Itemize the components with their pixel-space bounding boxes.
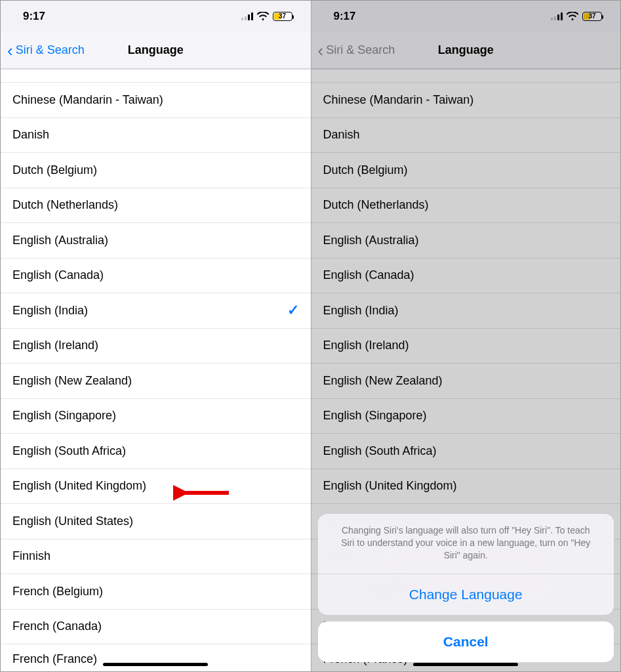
list-item[interactable]: English (South Africa) (311, 434, 621, 469)
language-list[interactable]: Chinese (Mandarin - China mainland) Chin… (1, 69, 311, 671)
status-bar: 9:17 37 (1, 1, 311, 32)
list-item[interactable]: English (Singapore) (1, 399, 311, 434)
list-item[interactable]: Danish (1, 118, 311, 154)
list-item[interactable]: English (United Kingdom) (1, 469, 311, 505)
list-item[interactable]: English (Australia) (311, 223, 621, 259)
list-item-selected[interactable]: English (India)✓ (1, 293, 311, 329)
list-item[interactable]: English (India) (311, 293, 621, 329)
list-item[interactable]: English (New Zealand) (1, 364, 311, 399)
action-sheet-group: Changing Siri's language will also turn … (318, 514, 614, 615)
list-item[interactable]: Dutch (Belgium) (311, 153, 621, 188)
list-item[interactable]: English (United States) (1, 504, 311, 539)
list-item[interactable]: Dutch (Netherlands) (1, 188, 311, 224)
screenshot-right: 9:17 37 ‹ Siri & Search Language Chinese… (311, 1, 621, 671)
back-label: Siri & Search (326, 43, 395, 57)
status-time: 9:17 (23, 10, 45, 23)
home-indicator[interactable] (413, 663, 518, 666)
back-button[interactable]: ‹ Siri & Search (1, 42, 85, 59)
battery-icon: 37 (273, 12, 292, 21)
list-item[interactable]: Danish (311, 118, 621, 154)
list-item[interactable]: English (Ireland) (311, 329, 621, 364)
status-time: 9:17 (334, 10, 356, 23)
list-item[interactable]: English (Canada) (311, 259, 621, 294)
list-item[interactable]: English (South Africa) (1, 434, 311, 469)
list-item[interactable]: Finnish (1, 539, 311, 575)
list-item[interactable]: French (France) (1, 644, 311, 671)
list-item[interactable]: English (Singapore) (311, 399, 621, 434)
list-item[interactable]: English (Canada) (1, 259, 311, 294)
nav-bar: ‹ Siri & Search Language (311, 32, 621, 69)
list-item[interactable]: English (United Kingdom) (311, 469, 621, 505)
wifi-icon (567, 12, 578, 21)
checkmark-icon: ✓ (287, 302, 299, 319)
status-icons: 37 (551, 12, 602, 21)
cancel-button[interactable]: Cancel (318, 621, 614, 662)
list-item[interactable]: Chinese (Mandarin - Taiwan) (1, 83, 311, 118)
battery-percent: 37 (273, 12, 292, 20)
cellular-signal-icon (551, 12, 563, 20)
change-language-button[interactable]: Change Language (318, 574, 614, 615)
list-item[interactable]: Chinese (Mandarin - China mainland) (311, 70, 621, 83)
list-item[interactable]: Dutch (Belgium) (1, 153, 311, 188)
cellular-signal-icon (241, 12, 253, 20)
status-icons: 37 (241, 12, 292, 21)
list-item[interactable]: English (Ireland) (1, 329, 311, 364)
list-item[interactable]: English (Australia) (1, 223, 311, 259)
action-sheet: Changing Siri's language will also turn … (318, 514, 614, 662)
home-indicator[interactable] (103, 663, 208, 666)
status-bar: 9:17 37 (311, 1, 621, 32)
screenshot-left: 9:17 37 ‹ Siri & Search Language Chinese… (1, 1, 311, 671)
battery-percent: 37 (583, 12, 601, 20)
action-sheet-message: Changing Siri's language will also turn … (318, 514, 614, 574)
back-label: Siri & Search (16, 43, 85, 57)
list-item[interactable]: Chinese (Mandarin - Taiwan) (311, 83, 621, 118)
list-item[interactable]: Dutch (Netherlands) (311, 188, 621, 224)
list-item[interactable]: French (Belgium) (1, 574, 311, 610)
list-item[interactable]: Chinese (Mandarin - China mainland) (1, 70, 311, 83)
list-item[interactable]: French (Canada) (1, 610, 311, 645)
wifi-icon (257, 12, 269, 21)
chevron-left-icon: ‹ (318, 42, 324, 59)
back-button[interactable]: ‹ Siri & Search (311, 42, 395, 59)
battery-icon: 37 (582, 12, 602, 21)
nav-bar: ‹ Siri & Search Language (1, 32, 311, 69)
list-item[interactable]: English (New Zealand) (311, 364, 621, 399)
chevron-left-icon: ‹ (7, 42, 13, 59)
